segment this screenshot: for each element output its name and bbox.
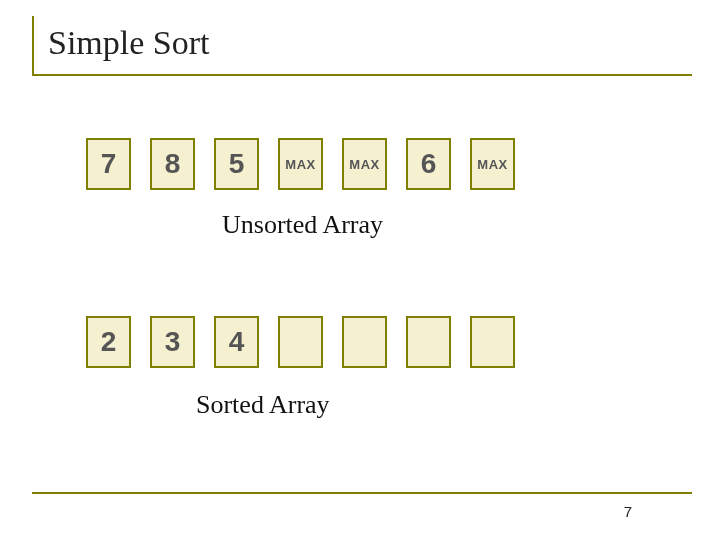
footer-rule [32, 492, 692, 494]
title-vertical-rule [32, 16, 34, 76]
cell-max-label: MAX [349, 157, 379, 172]
sorted-array-row: 2 3 4 [86, 316, 515, 368]
title-underline [32, 74, 692, 76]
cell-max-label: MAX [285, 157, 315, 172]
cell-value: 5 [229, 148, 245, 180]
slide-title: Simple Sort [48, 24, 210, 62]
cell-value: 4 [229, 326, 245, 358]
unsorted-array-row: 7 8 5 MAX MAX 6 MAX [86, 138, 515, 190]
sorted-cell: 3 [150, 316, 195, 368]
unsorted-cell: 5 [214, 138, 259, 190]
sorted-cell-empty [278, 316, 323, 368]
cell-value: 3 [165, 326, 181, 358]
unsorted-cell: 7 [86, 138, 131, 190]
cell-value: 2 [101, 326, 117, 358]
unsorted-cell: MAX [342, 138, 387, 190]
unsorted-caption: Unsorted Array [222, 210, 383, 240]
cell-value: 6 [421, 148, 437, 180]
slide: Simple Sort 7 8 5 MAX MAX 6 MAX Unsorted… [0, 0, 720, 540]
unsorted-cell: 6 [406, 138, 451, 190]
unsorted-cell: 8 [150, 138, 195, 190]
unsorted-cell: MAX [470, 138, 515, 190]
cell-value: 7 [101, 148, 117, 180]
sorted-cell: 2 [86, 316, 131, 368]
unsorted-cell: MAX [278, 138, 323, 190]
sorted-cell-empty [342, 316, 387, 368]
page-number: 7 [624, 503, 632, 520]
cell-value: 8 [165, 148, 181, 180]
sorted-cell: 4 [214, 316, 259, 368]
sorted-cell-empty [470, 316, 515, 368]
cell-max-label: MAX [477, 157, 507, 172]
sorted-cell-empty [406, 316, 451, 368]
sorted-caption: Sorted Array [196, 390, 330, 420]
